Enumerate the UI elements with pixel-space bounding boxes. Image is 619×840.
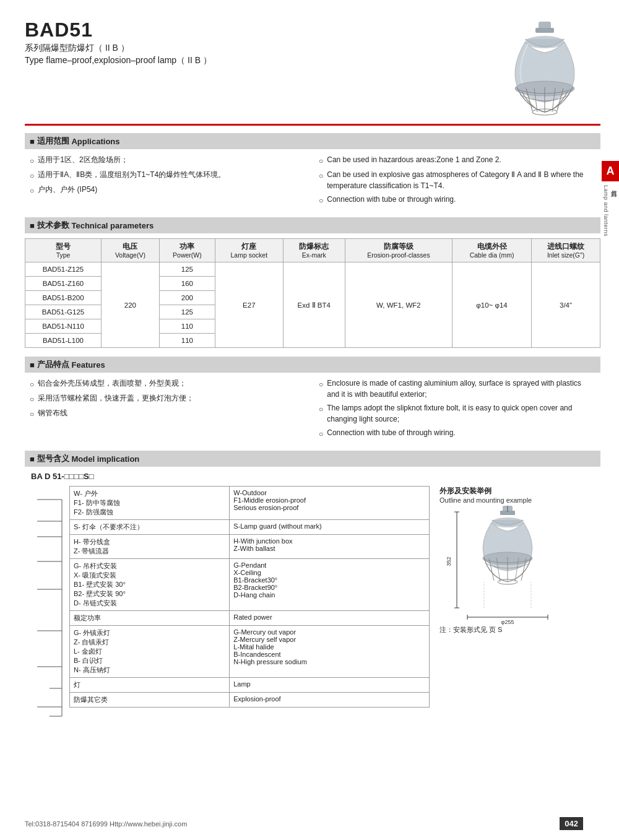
features-left: ○ 铝合金外壳压铸成型，表面喷塑，外型美观； ○ 采用活节螺栓紧固，快速开盖，更… [30,378,306,442]
model-zh-lamp: 灯 [70,678,230,693]
sidebar: A 灯具篇 Lamp and lanterns [602,0,619,840]
product-subtitle-zh: 系列隔爆型防爆灯（ II B ） [25,43,212,54]
col-inlet: 进线口螺纹Inlet size(G") [532,239,600,262]
footer-tel: Tel:0318-8715404 8716999 Http://www.hebe… [25,820,187,828]
model-table-row: G- 吊杆式安装 X- 吸顶式安装 B1- 壁式安装 30° B2- 壁式安装 … [70,559,430,611]
model-right-panel: 外形及安装举例 Outline and mounting example 352 [439,486,600,735]
lamp-illustration [492,20,597,116]
model-bracket-svg [25,487,69,735]
features-right: ○ Enclosure is made of casting aluminium… [319,378,595,442]
svg-text:352: 352 [446,556,452,566]
feature-item: ○ The lamps adopt the slipknot fixture b… [319,402,595,425]
tech-params-header: 技术参数 Technical parameters [25,217,600,233]
header-left: BAD51 系列隔爆型防爆灯（ II B ） Type flame–proof,… [25,19,212,66]
product-code: BAD51 [25,19,212,41]
applications-right: ○ Can be used in hazardous areas:Zone 1 … [319,154,595,209]
params-table: 型号Type 电压Voltage(V) 功率Power(W) 灯座Lamp so… [25,238,600,348]
sidebar-letter: A [602,161,619,181]
svg-text:φ255: φ255 [501,619,514,625]
features-section: 产品特点 Features ○ 铝合金外壳压铸成型，表面喷塑，外型美观； ○ 采… [25,357,600,442]
applications-left: ○ 适用于1区、2区危险场所； ○ 适用于ⅡA、ⅡB类，温度组别为T1~T4的爆… [30,154,306,209]
outline-title-zh: 外形及安装举例 [439,486,600,496]
model-zh: G- 外镇汞灯 Z- 自镇汞灯 L- 金卤灯 B- 白识灯 N- 高压钠灯 [70,626,230,678]
note-text: 注：安装形式见 页 S [439,625,600,634]
footer: Tel:0318-8715404 8716999 Http://www.hebe… [0,817,602,830]
col-erosion: 防腐等级Erosion-proof-classes [345,239,452,262]
feature-item: ○ 钢管布线 [30,407,306,420]
app-item: ○ Connection with tube or through wiring… [319,194,595,206]
model-en-rated-power: Rated power [230,611,430,626]
col-type: 型号Type [25,239,102,262]
outline-lamp-svg: 352 φ255 [446,503,569,626]
model-table-row: 防爆其它类 Explosion-proof [70,693,430,708]
model-en-lamp: Lamp [230,678,430,693]
sidebar-text-zh: 灯具篇 Lamp and lanterns [603,185,618,236]
red-divider [25,124,600,126]
col-cable: 电缆外径Cable dia (mm) [452,239,531,262]
model-table-row: 额定功率 Rated power [70,611,430,626]
model-en: G-Pendant X-Ceiling B1-Bracket30° B2-Bra… [230,559,430,611]
col-socket: 灯座Lamp socket [215,239,283,262]
model-table: W- 户外 F1- 防中等腐蚀 F2- 防强腐蚀 W-Outdoor F1-Mi… [69,486,430,708]
col-power: 功率Power(W) [159,239,215,262]
applications-section: 适用范围 Applications ○ 适用于1区、2区危险场所； ○ 适用于Ⅱ… [25,133,600,209]
footer-page: 042 [560,817,583,830]
model-section: 型号含义 Model implication BA D 51-□□□□S□ [25,451,600,735]
model-en: G-Mercury out vapor Z-Mercury self vapor… [230,626,430,678]
app-item: ○ Can be used in explosive gas atmospher… [319,169,595,191]
model-table-row: S- 灯伞（不要求不注） S-Lamp guard (without mark) [70,520,430,535]
product-subtitle-en: Type flame–proof,explosion–proof lamp（ I… [25,55,212,66]
model-zh: H- 带分线盒 Z- 带镇流器 [70,535,230,559]
tech-params-section: 技术参数 Technical parameters 型号Type 电压Volta… [25,217,600,348]
model-zh: W- 户外 F1- 防中等腐蚀 F2- 防强腐蚀 [70,487,230,520]
model-en-explosion: Explosion-proof [230,693,430,708]
app-item: ○ 户内、户外 (IP54) [30,184,306,196]
model-table-row: H- 带分线盒 Z- 带镇流器 H-With junction box Z-Wi… [70,535,430,559]
outline-image: 352 φ255 [439,509,576,620]
model-table-row: G- 外镇汞灯 Z- 自镇汞灯 L- 金卤灯 B- 白识灯 N- 高压钠灯 G-… [70,626,430,678]
header: BAD51 系列隔爆型防爆灯（ II B ） Type flame–proof,… [25,19,600,118]
model-en: S-Lamp guard (without mark) [230,520,430,535]
model-left: W- 户外 F1- 防中等腐蚀 F2- 防强腐蚀 W-Outdoor F1-Mi… [25,486,430,735]
model-prefix: BA D 51-□□□□S□ [31,472,600,481]
model-table-row: W- 户外 F1- 防中等腐蚀 F2- 防强腐蚀 W-Outdoor F1-Mi… [70,487,430,520]
model-zh: G- 吊杆式安装 X- 吸顶式安装 B1- 壁式安装 30° B2- 壁式安装 … [70,559,230,611]
model-en: W-Outdoor F1-Middle erosion-proof Seriou… [230,487,430,520]
feature-item: ○ Connection with tube of through wiring… [319,427,595,439]
features-content: ○ 铝合金外壳压铸成型，表面喷塑，外型美观； ○ 采用活节螺栓紧固，快速开盖，更… [25,378,600,442]
model-zh: S- 灯伞（不要求不注） [70,520,230,535]
table-row: BAD51-Z125220125E27Exd Ⅱ BT4W, WF1, WF2φ… [25,262,600,277]
feature-item: ○ 采用活节螺栓紧固，快速开盖，更换灯泡方便； [30,392,306,405]
features-header: 产品特点 Features [25,357,600,373]
app-item: ○ Can be used in hazardous areas:Zone 1 … [319,154,595,167]
model-en: H-With junction box Z-With ballast [230,535,430,559]
applications-content: ○ 适用于1区、2区危险场所； ○ 适用于ⅡA、ⅡB类，温度组别为T1~T4的爆… [25,154,600,209]
app-item: ○ 适用于1区、2区危险场所； [30,154,306,167]
app-item: ○ 适用于ⅡA、ⅡB类，温度组别为T1~T4的爆炸性气体环境。 [30,169,306,181]
model-zh-rated-power: 额定功率 [70,611,230,626]
table-header-row: 型号Type 电压Voltage(V) 功率Power(W) 灯座Lamp so… [25,239,600,262]
product-image [489,19,600,118]
model-zh-explosion: 防爆其它类 [70,693,230,708]
applications-header: 适用范围 Applications [25,133,600,149]
feature-item: ○ 铝合金外壳压铸成型，表面喷塑，外型美观； [30,378,306,390]
svg-rect-1 [535,28,554,33]
model-table-row: 灯 Lamp [70,678,430,693]
col-exmark: 防爆标志Ex-mark [283,239,345,262]
model-header: 型号含义 Model implication [25,451,600,467]
feature-item: ○ Enclosure is made of casting aluminium… [319,378,595,400]
model-body: W- 户外 F1- 防中等腐蚀 F2- 防强腐蚀 W-Outdoor F1-Mi… [25,486,600,735]
col-voltage: 电压Voltage(V) [102,239,160,262]
